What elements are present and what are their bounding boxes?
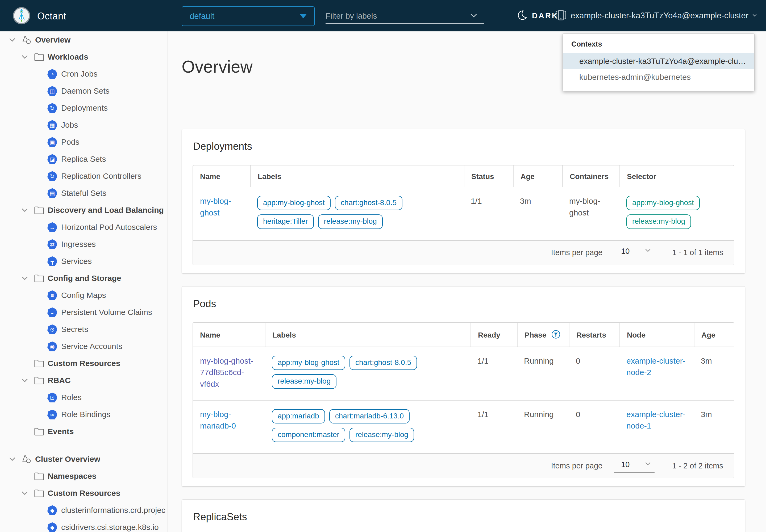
label-badge: release:my-blog bbox=[318, 214, 383, 229]
column-header-labels: Labels bbox=[250, 165, 464, 187]
sidebar-item-label: Events bbox=[48, 427, 74, 436]
moon-icon bbox=[517, 10, 528, 22]
sidebar-item-stateful-sets[interactable]: ▤Stateful Sets bbox=[0, 185, 168, 202]
sidebar-item-cron-jobs[interactable]: ◔Cron Jobs bbox=[0, 65, 168, 82]
cell-labels: app:mariadbchart:mariadb-6.13.0component… bbox=[265, 401, 471, 454]
sidebar-item-label: Custom Resources bbox=[48, 489, 120, 498]
sidebar-item-persistent-volume-claims[interactable]: ◒Persistent Volume Claims bbox=[0, 304, 168, 321]
app-title: Octant bbox=[37, 11, 66, 22]
sidebar-item-custom-resources[interactable]: Custom Resources bbox=[0, 485, 168, 502]
items-per-page-select[interactable]: 10 bbox=[614, 246, 655, 259]
chevron-down-icon[interactable] bbox=[20, 274, 30, 282]
sidebar-item-csidrivers-csi-storage-k8s-io[interactable]: ◆csidrivers.csi.storage.k8s.io bbox=[0, 519, 168, 532]
label-filter bbox=[326, 9, 484, 24]
name-link[interactable]: my-blog-ghost bbox=[200, 197, 231, 217]
cell-age: 3m bbox=[513, 187, 562, 240]
sidebar-item-config-maps[interactable]: ≡Config Maps bbox=[0, 287, 168, 304]
sidebar-navigation: OverviewWorkloads◔Cron Jobs◫Daemon Sets↻… bbox=[0, 31, 168, 532]
sidebar-item-events[interactable]: Events bbox=[0, 423, 168, 440]
contexts-dropdown-menu: Contexts example-cluster-ka3TuTzYo4a@exa… bbox=[563, 34, 755, 91]
context-selector-button[interactable]: example-cluster-ka3TuTzYo4a@example-clus… bbox=[555, 10, 758, 22]
k8s-resource-icon: ┳ bbox=[47, 256, 57, 266]
sidebar-item-replication-controllers[interactable]: ↻Replication Controllers bbox=[0, 168, 168, 185]
sidebar-item-pods[interactable]: ▣Pods bbox=[0, 134, 168, 151]
k8s-resource-icon: ◒ bbox=[47, 307, 57, 317]
chevron-down-icon[interactable] bbox=[20, 376, 30, 385]
sidebar-item-roles[interactable]: ⊡Roles bbox=[0, 389, 168, 406]
sidebar-item-config-and-storage[interactable]: Config and Storage bbox=[0, 270, 168, 287]
sidebar-item-discovery-and-load-balancing[interactable]: Discovery and Load Balancing bbox=[0, 202, 168, 219]
sidebar-item-workloads[interactable]: Workloads bbox=[0, 48, 168, 65]
cell-name: my-blog-ghost bbox=[193, 187, 250, 240]
label-badge: chart:ghost-8.0.5 bbox=[349, 356, 417, 370]
sidebar-item-clusterinformations-crd-projec[interactable]: ◆clusterinformations.crd.projec bbox=[0, 502, 168, 519]
k8s-resource-icon: ⇄ bbox=[47, 239, 57, 249]
cell-age: 3m bbox=[694, 401, 734, 454]
context-menu-item[interactable]: kubernetes-admin@kubernetes bbox=[563, 69, 754, 85]
contexts-dropdown-title: Contexts bbox=[563, 40, 754, 53]
sidebar-item-label: Service Accounts bbox=[61, 342, 122, 351]
chevron-down-icon[interactable] bbox=[20, 206, 30, 214]
sidebar-item-daemon-sets[interactable]: ◫Daemon Sets bbox=[0, 82, 168, 99]
sidebar-item-label: Horizontal Pod Autoscalers bbox=[61, 223, 157, 232]
table-header-row: NameLabelsReadyPhaseRestartsNodeAge bbox=[193, 323, 734, 347]
filter-funnel-icon[interactable] bbox=[551, 330, 560, 341]
table-header-row: NameLabelsStatusAgeContainersSelector bbox=[193, 165, 734, 187]
column-header-labels: Labels bbox=[265, 323, 471, 347]
column-header-name: Name bbox=[193, 323, 265, 347]
sidebar-item-role-bindings[interactable]: ∞Role Bindings bbox=[0, 406, 168, 423]
k8s-resource-icon: ▣ bbox=[47, 137, 57, 147]
deployments-table: NameLabelsStatusAgeContainersSelectormy-… bbox=[193, 165, 734, 265]
column-header-containers: Containers bbox=[562, 165, 619, 187]
sidebar-item-ingresses[interactable]: ⇄Ingresses bbox=[0, 236, 168, 253]
items-per-page-label: Items per page bbox=[551, 248, 602, 257]
name-link[interactable]: my-blog-mariadb-0 bbox=[200, 410, 236, 430]
sidebar-item-replica-sets[interactable]: ◪Replica Sets bbox=[0, 151, 168, 168]
cell-restarts: 0 bbox=[569, 401, 619, 454]
name-link[interactable]: my-blog-ghost-77df85c6cd-vf6dx bbox=[200, 356, 253, 388]
column-header-selector: Selector bbox=[619, 165, 734, 187]
chevron-down-icon[interactable] bbox=[7, 36, 17, 44]
scrollbar-track[interactable] bbox=[757, 31, 757, 532]
chevron-down-icon[interactable] bbox=[20, 489, 30, 497]
column-header-ready: Ready bbox=[471, 323, 517, 347]
filter-chevron-down-icon[interactable] bbox=[469, 11, 478, 21]
table-row: my-blog-ghost-77df85c6cd-vf6dxapp:my-blo… bbox=[193, 347, 734, 400]
column-header-restarts: Restarts bbox=[569, 323, 619, 347]
folder-icon bbox=[34, 52, 44, 62]
theme-toggle-button[interactable]: DARK bbox=[517, 10, 559, 22]
sidebar-item-cluster-overview[interactable]: Cluster Overview bbox=[0, 451, 168, 468]
chevron-down-icon[interactable] bbox=[20, 53, 30, 61]
sidebar-item-custom-resources[interactable]: Custom Resources bbox=[0, 355, 168, 372]
label-badge: chart:ghost-8.0.5 bbox=[335, 196, 402, 210]
sidebar-item-deployments[interactable]: ↻Deployments bbox=[0, 99, 168, 117]
brand: Octant bbox=[13, 7, 66, 26]
namespace-select[interactable]: default bbox=[182, 6, 315, 26]
sidebar-item-label: Overview bbox=[35, 35, 70, 44]
sidebar-item-overview[interactable]: Overview bbox=[0, 31, 168, 48]
folder-icon bbox=[34, 376, 44, 385]
sidebar-item-services[interactable]: ┳Services bbox=[0, 253, 168, 270]
sidebar-item-jobs[interactable]: ▦Jobs bbox=[0, 117, 168, 134]
node-link[interactable]: example-cluster-node-1 bbox=[626, 410, 685, 430]
sidebar-item-secrets[interactable]: ⊙Secrets bbox=[0, 321, 168, 338]
column-header-age: Age bbox=[513, 165, 562, 187]
section-card-pods: PodsNameLabelsReadyPhaseRestartsNodeAgem… bbox=[182, 286, 745, 487]
sidebar-item-service-accounts[interactable]: ◉Service Accounts bbox=[0, 338, 168, 355]
label-badge: heritage:Tiller bbox=[257, 214, 314, 229]
cell-phase: Running bbox=[517, 401, 569, 454]
cell-name: my-blog-ghost-77df85c6cd-vf6dx bbox=[193, 347, 265, 400]
label-badge: chart:mariadb-6.13.0 bbox=[329, 409, 410, 423]
sidebar-item-horizontal-pod-autoscalers[interactable]: ↔Horizontal Pod Autoscalers bbox=[0, 219, 168, 236]
chevron-down-icon[interactable] bbox=[7, 455, 17, 463]
sidebar-item-label: csidrivers.csi.storage.k8s.io bbox=[61, 523, 159, 532]
items-per-page-select[interactable]: 10 bbox=[614, 459, 655, 473]
node-link[interactable]: example-cluster-node-2 bbox=[626, 356, 685, 377]
k8s-resource-icon: ⊡ bbox=[47, 393, 57, 402]
context-menu-item[interactable]: example-cluster-ka3TuTzYo4a@example-clu… bbox=[563, 53, 754, 69]
sidebar-item-rbac[interactable]: RBAC bbox=[0, 372, 168, 389]
table-pagination: Items per page101 - 1 of 1 items bbox=[193, 240, 734, 265]
sidebar-item-namespaces[interactable]: Namespaces bbox=[0, 468, 168, 485]
label-filter-input[interactable] bbox=[326, 11, 469, 20]
table-pagination: Items per page101 - 2 of 2 items bbox=[193, 453, 734, 478]
